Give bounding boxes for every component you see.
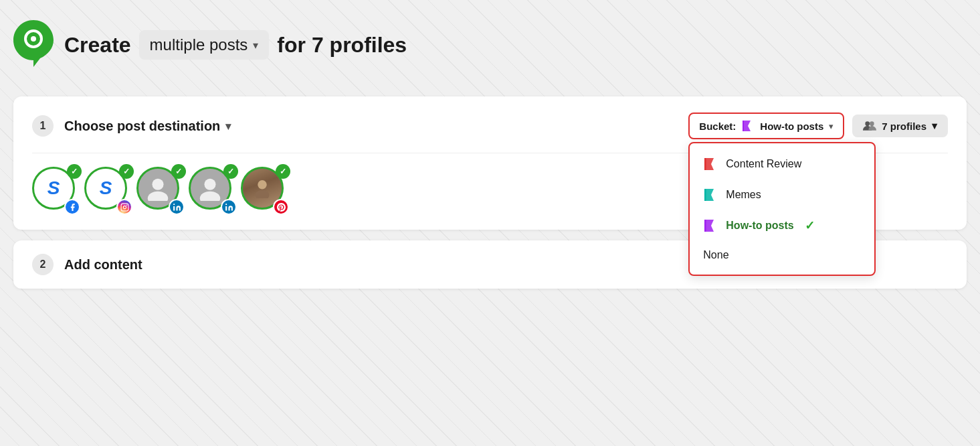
- step1-header: 1 Choose post destination ▾ Bucket: How-…: [32, 113, 948, 153]
- bucket-option-memes[interactable]: Memes: [690, 179, 874, 210]
- step1-chevron-icon: ▾: [225, 120, 231, 133]
- svg-point-10: [866, 121, 870, 126]
- bucket-option-none[interactable]: None: [690, 241, 874, 269]
- svg-point-13: [123, 206, 126, 208]
- avatar-3[interactable]: ✓: [136, 167, 183, 214]
- avatar-2-instagram-badge: [116, 199, 132, 215]
- create-label: Create: [64, 33, 131, 58]
- svg-point-20: [225, 204, 227, 205]
- svg-point-22: [256, 190, 270, 198]
- svg-rect-5: [704, 158, 706, 170]
- bucket-option-how-to-posts[interactable]: How-to posts ✓: [690, 210, 874, 241]
- step1-number: 1: [32, 115, 54, 137]
- profiles-count-label: 7 profiles: [882, 121, 926, 132]
- svg-point-15: [152, 179, 163, 190]
- avatar-2-letter: S: [100, 177, 112, 199]
- avatar-4-person-icon: [197, 175, 223, 201]
- avatar-2[interactable]: ✓ S: [84, 167, 131, 214]
- avatar-5-check: ✓: [276, 164, 290, 179]
- bucket-dropdown-container: Bucket: How-to posts ▾: [688, 113, 844, 139]
- svg-point-19: [200, 192, 220, 201]
- step2-label: Add content: [64, 257, 142, 273]
- for-profiles-label: for 7 profiles: [277, 33, 407, 58]
- avatar-3-person-icon: [145, 175, 171, 201]
- avatar-1-letter: S: [47, 177, 60, 199]
- post-type-label: multiple posts: [150, 35, 248, 54]
- bucket-chevron-icon: ▾: [829, 121, 834, 131]
- content-review-icon: [703, 157, 718, 171]
- bucket-selected-name: How-to posts: [760, 121, 823, 132]
- svg-rect-12: [121, 204, 128, 211]
- bucket-prefix-label: Bucket:: [699, 121, 736, 132]
- svg-rect-7: [704, 189, 706, 201]
- svg-point-11: [870, 121, 874, 126]
- how-to-posts-icon: [703, 218, 718, 233]
- step1-label: Choose post destination ▾: [64, 119, 231, 134]
- bucket-dropdown-menu: Content Review Memes: [688, 142, 876, 276]
- avatar-4-check: ✓: [223, 164, 238, 179]
- avatar-3-check: ✓: [171, 164, 186, 179]
- avatar-1[interactable]: ✓ S: [32, 167, 79, 214]
- post-type-chevron-icon: ▾: [253, 39, 258, 52]
- avatar-5-silhouette: [252, 178, 272, 198]
- page-header: Create multiple posts ▾ for 7 profiles: [13, 13, 967, 76]
- avatar-1-check: ✓: [67, 164, 82, 179]
- bucket-option-content-review[interactable]: Content Review: [690, 149, 874, 179]
- step2-number: 2: [32, 254, 54, 275]
- bucket-trigger[interactable]: Bucket: How-to posts ▾: [688, 113, 844, 139]
- profiles-button[interactable]: 7 profiles ▾: [852, 115, 948, 137]
- memes-label: Memes: [726, 189, 761, 201]
- svg-point-18: [204, 179, 215, 190]
- memes-icon: [703, 188, 718, 202]
- step1-card: 1 Choose post destination ▾ Bucket: How-…: [13, 96, 967, 230]
- svg-point-17: [173, 204, 175, 205]
- avatar-5[interactable]: ✓: [241, 167, 288, 214]
- post-type-dropdown[interactable]: multiple posts ▾: [139, 30, 270, 60]
- svg-point-14: [126, 204, 127, 206]
- bucket-selected-icon: [741, 119, 755, 133]
- profiles-chevron-icon: ▾: [932, 120, 937, 132]
- how-to-posts-label: How-to posts: [726, 220, 793, 232]
- svg-point-21: [258, 180, 267, 190]
- header-text: Create multiple posts ▾ for 7 profiles: [64, 30, 407, 60]
- avatar-4[interactable]: ✓: [189, 167, 235, 214]
- profiles-icon: [863, 120, 876, 132]
- svg-rect-9: [704, 220, 706, 232]
- selected-check-icon: ✓: [805, 218, 815, 233]
- avatar-4-linkedin-badge: [221, 199, 237, 215]
- app-logo: [13, 20, 54, 70]
- step1-controls: Bucket: How-to posts ▾: [688, 113, 948, 139]
- avatar-1-facebook-badge: [64, 199, 80, 215]
- svg-rect-3: [743, 121, 744, 131]
- none-label: None: [703, 249, 728, 261]
- svg-point-1: [31, 36, 36, 42]
- avatar-5-pinterest-badge: [273, 199, 289, 215]
- content-review-label: Content Review: [726, 158, 801, 170]
- svg-point-16: [148, 192, 168, 201]
- avatar-2-check: ✓: [119, 164, 134, 179]
- avatar-3-linkedin-badge: [169, 199, 185, 215]
